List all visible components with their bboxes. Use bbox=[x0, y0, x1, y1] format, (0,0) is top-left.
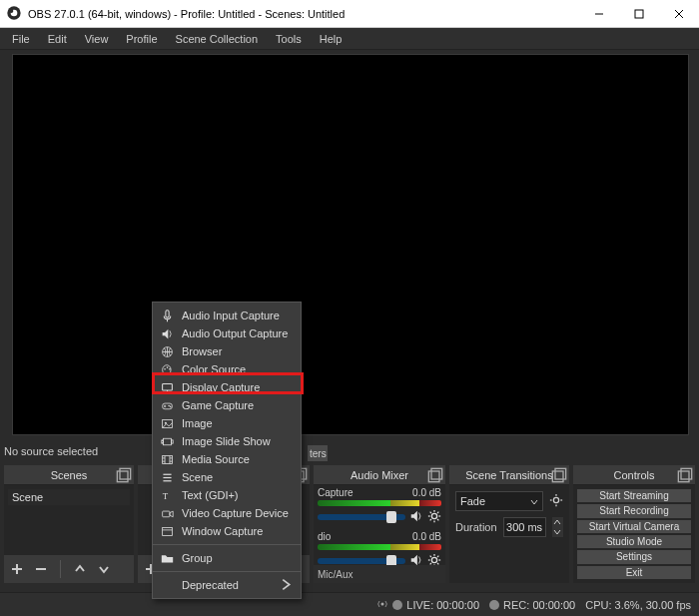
start-streaming-button[interactable]: Start Streaming bbox=[577, 489, 691, 502]
svg-rect-63 bbox=[163, 438, 171, 445]
chevron-down-icon bbox=[530, 495, 538, 507]
svg-rect-45 bbox=[678, 471, 689, 482]
settings-button[interactable]: Settings bbox=[577, 550, 691, 563]
speaker-icon[interactable] bbox=[409, 509, 423, 525]
studio-mode-button[interactable]: Studio Mode bbox=[577, 535, 691, 548]
menu-edit[interactable]: Edit bbox=[40, 31, 75, 47]
filters-button-fragment[interactable]: ters bbox=[308, 445, 328, 461]
svg-rect-16 bbox=[428, 471, 439, 482]
transitions-popout-icon[interactable] bbox=[551, 467, 567, 483]
menu-item-image[interactable]: Image bbox=[153, 414, 301, 432]
menu-item-scene[interactable]: Scene bbox=[153, 468, 301, 486]
volume-slider[interactable] bbox=[318, 558, 405, 564]
track-level: 0.0 dB bbox=[412, 531, 441, 542]
menu-item-label: Window Capture bbox=[182, 525, 263, 537]
svg-rect-53 bbox=[163, 383, 173, 390]
monitor-icon bbox=[161, 381, 174, 394]
svg-rect-79 bbox=[163, 527, 173, 535]
menu-item-deprecated[interactable]: Deprecated bbox=[153, 576, 301, 594]
menu-item-color-source[interactable]: Color Source bbox=[153, 360, 301, 378]
menu-item-audio-output-capture[interactable]: Audio Output Capture bbox=[153, 324, 301, 342]
menu-item-group[interactable]: Group bbox=[153, 549, 301, 567]
menu-item-media-source[interactable]: Media Source bbox=[153, 450, 301, 468]
menu-item-image-slide-show[interactable]: Image Slide Show bbox=[153, 432, 301, 450]
start-recording-button[interactable]: Start Recording bbox=[577, 504, 691, 517]
transition-gear-icon[interactable] bbox=[549, 493, 563, 509]
status-live: LIVE: 00:00:00 bbox=[406, 599, 479, 611]
svg-rect-8 bbox=[120, 468, 131, 479]
menu-item-audio-input-capture[interactable]: Audio Input Capture bbox=[153, 307, 301, 324]
rec-dot-icon bbox=[489, 600, 499, 610]
speaker-icon[interactable] bbox=[409, 553, 423, 565]
chevron-down-icon[interactable] bbox=[552, 527, 563, 537]
scene-up-button[interactable] bbox=[73, 562, 87, 576]
svg-line-36 bbox=[430, 563, 431, 564]
svg-line-35 bbox=[437, 563, 438, 564]
svg-marker-18 bbox=[411, 511, 417, 522]
scene-add-button[interactable] bbox=[10, 562, 24, 576]
preview-canvas[interactable] bbox=[12, 54, 689, 435]
menu-item-label: Color Source bbox=[182, 363, 246, 375]
svg-point-2 bbox=[9, 9, 13, 13]
mixer-track: Capture0.0 dB bbox=[318, 487, 441, 525]
gear-icon[interactable] bbox=[427, 509, 441, 525]
menu-tools[interactable]: Tools bbox=[268, 31, 310, 47]
menu-item-display-capture[interactable]: Display Capture bbox=[153, 378, 301, 396]
gamepad-icon bbox=[161, 399, 174, 412]
speaker-icon bbox=[161, 327, 174, 340]
transitions-title: Scene Transitions bbox=[465, 469, 552, 481]
menu-item-text-gdi-[interactable]: TText (GDI+) bbox=[153, 486, 301, 504]
menu-item-video-capture-device[interactable]: Video Capture Device bbox=[153, 504, 301, 522]
menu-scene-collection[interactable]: Scene Collection bbox=[168, 31, 267, 47]
close-button[interactable] bbox=[659, 0, 699, 28]
duration-stepper[interactable] bbox=[552, 517, 563, 537]
menubar: File Edit View Profile Scene Collection … bbox=[0, 28, 699, 50]
menu-file[interactable]: File bbox=[4, 31, 38, 47]
exit-button[interactable]: Exit bbox=[577, 566, 691, 579]
svg-rect-46 bbox=[681, 468, 692, 479]
menu-item-label: Image Slide Show bbox=[182, 435, 271, 447]
menu-item-label: Scene bbox=[182, 471, 213, 483]
camera-icon bbox=[161, 507, 174, 520]
scene-item[interactable]: Scene bbox=[8, 489, 130, 505]
svg-marker-48 bbox=[163, 328, 169, 338]
status-bar: LIVE: 00:00:00 REC: 00:00:00 CPU: 3.6%, … bbox=[0, 592, 699, 616]
chevron-up-icon[interactable] bbox=[552, 517, 563, 527]
svg-line-27 bbox=[437, 512, 438, 513]
scenes-popout-icon[interactable] bbox=[116, 467, 132, 483]
globe-icon bbox=[161, 345, 174, 358]
gear-icon[interactable] bbox=[427, 553, 441, 565]
start-virtual-camera-button[interactable]: Start Virtual Camera bbox=[577, 520, 691, 533]
track-name: Capture bbox=[318, 487, 353, 498]
vu-meter bbox=[318, 544, 441, 550]
controls-title: Controls bbox=[614, 469, 655, 481]
scene-remove-button[interactable] bbox=[34, 562, 48, 576]
film-icon bbox=[161, 453, 174, 466]
folder-icon bbox=[161, 552, 174, 565]
menu-item-label: Display Capture bbox=[182, 381, 260, 393]
transition-select[interactable]: Fade bbox=[455, 491, 543, 511]
menu-item-game-capture[interactable]: Game Capture bbox=[153, 396, 301, 414]
menu-profile[interactable]: Profile bbox=[118, 31, 165, 47]
menu-item-window-capture[interactable]: Window Capture bbox=[153, 522, 301, 540]
maximize-button[interactable] bbox=[619, 0, 659, 28]
controls-popout-icon[interactable] bbox=[677, 467, 693, 483]
status-rec: REC: 00:00:00 bbox=[503, 599, 575, 611]
scene-down-button[interactable] bbox=[97, 562, 111, 576]
track-level: 0.0 dB bbox=[412, 487, 441, 498]
svg-line-26 bbox=[430, 519, 431, 520]
menu-item-browser[interactable]: Browser bbox=[153, 342, 301, 360]
menu-item-label: Audio Output Capture bbox=[182, 327, 288, 339]
menu-view[interactable]: View bbox=[77, 31, 117, 47]
mixer-popout-icon[interactable] bbox=[427, 467, 443, 483]
minimize-button[interactable] bbox=[579, 0, 619, 28]
svg-point-60 bbox=[170, 405, 172, 407]
mixer-track: dio0.0 dB bbox=[318, 531, 441, 565]
volume-slider[interactable] bbox=[318, 514, 405, 520]
svg-point-29 bbox=[431, 557, 436, 562]
svg-point-19 bbox=[431, 513, 436, 518]
list-icon bbox=[161, 471, 174, 484]
duration-input[interactable]: 300 ms bbox=[503, 517, 546, 537]
app-icon bbox=[6, 5, 22, 23]
menu-help[interactable]: Help bbox=[312, 31, 350, 47]
